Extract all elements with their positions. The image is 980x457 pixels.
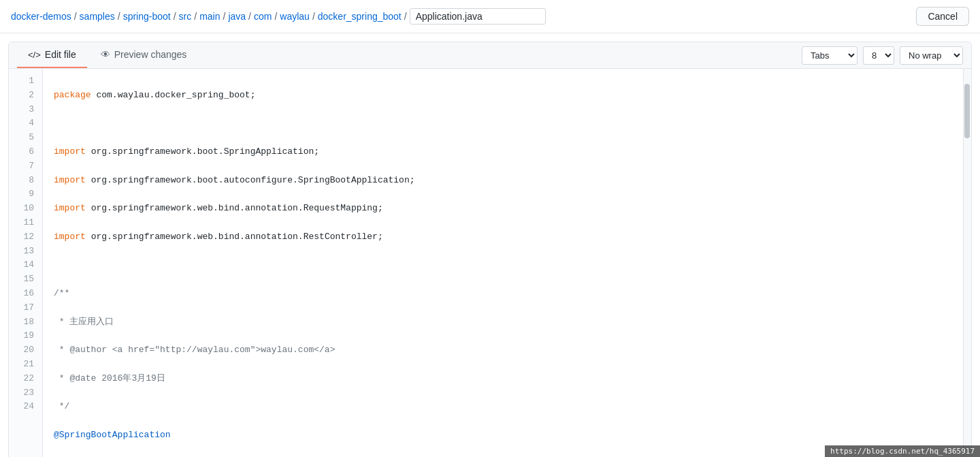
code-line-5: import org.springframework.web.bind.anno… — [54, 202, 963, 216]
scrollbar-right[interactable] — [963, 69, 971, 457]
code-line-7 — [54, 258, 963, 272]
editor-container: </> Edit file 👁 Preview changes Tabs Spa… — [8, 42, 972, 457]
line-numbers: 1 2 3 4 5 6 7 8 9 10 11 12 13 14 15 16 1… — [9, 69, 43, 457]
breadcrumb-samples[interactable]: samples — [80, 11, 115, 22]
sep-6: / — [248, 11, 251, 22]
breadcrumb-spring-boot[interactable]: spring-boot — [123, 11, 171, 22]
preview-label: Preview changes — [114, 49, 187, 60]
sep-2: / — [118, 11, 120, 22]
cancel-button[interactable]: Cancel — [916, 7, 969, 26]
ln-4: 4 — [9, 116, 42, 131]
code-line-13: @SpringBootApplication — [54, 428, 963, 443]
ln-24: 24 — [9, 400, 42, 414]
breadcrumb-main[interactable]: main — [199, 11, 220, 22]
ln-6: 6 — [9, 145, 42, 159]
code-line-1: package com.waylau.docker_spring_boot; — [54, 89, 963, 103]
ln-5: 5 — [9, 131, 42, 145]
code-line-4: import org.springframework.boot.autoconf… — [54, 174, 963, 188]
tab-edit-file[interactable]: </> Edit file — [17, 42, 87, 68]
ln-10: 10 — [9, 202, 42, 216]
code-line-9: * 主应用入口 — [54, 315, 963, 330]
ln-2: 2 — [9, 89, 42, 103]
sep-5: / — [223, 11, 225, 22]
edit-file-label: Edit file — [45, 49, 76, 60]
breadcrumb-com[interactable]: com — [254, 11, 272, 22]
ln-3: 3 — [9, 103, 42, 117]
ln-17: 17 — [9, 301, 42, 315]
edit-file-icon: </> — [28, 50, 41, 60]
ln-19: 19 — [9, 329, 42, 343]
top-bar: docker-demos / samples / spring-boot / s… — [0, 0, 980, 33]
ln-1: 1 — [9, 74, 42, 89]
preview-icon: 👁 — [101, 49, 110, 60]
code-line-2 — [54, 116, 963, 131]
code-line-3: import org.springframework.boot.SpringAp… — [54, 145, 963, 159]
code-line-8: /** — [54, 287, 963, 301]
ln-7: 7 — [9, 159, 42, 174]
ln-21: 21 — [9, 358, 42, 372]
ln-18: 18 — [9, 315, 42, 330]
sep-1: / — [74, 11, 77, 22]
code-area[interactable]: 1 2 3 4 5 6 7 8 9 10 11 12 13 14 15 16 1… — [9, 69, 971, 457]
ln-9: 9 — [9, 187, 42, 202]
editor-toolbar: </> Edit file 👁 Preview changes Tabs Spa… — [9, 42, 971, 69]
ln-20: 20 — [9, 343, 42, 358]
code-line-11: * @date 2016年3月19日 — [54, 372, 963, 386]
sep-7: / — [274, 11, 277, 22]
sep-4: / — [194, 11, 197, 22]
ln-23: 23 — [9, 386, 42, 400]
filename-input[interactable] — [410, 8, 546, 25]
ln-12: 12 — [9, 230, 42, 245]
wrap-select[interactable]: No wrap Soft wrap — [900, 46, 963, 65]
breadcrumb-docker-demos[interactable]: docker-demos — [11, 11, 71, 22]
breadcrumb-src[interactable]: src — [179, 11, 192, 22]
ln-15: 15 — [9, 272, 42, 287]
ln-22: 22 — [9, 372, 42, 386]
scrollbar-thumb[interactable] — [964, 84, 970, 138]
breadcrumb-waylau[interactable]: waylau — [280, 11, 310, 22]
indent-select[interactable]: 2 4 8 — [863, 46, 894, 65]
code-line-10: * @author <a href="http://waylau.com">wa… — [54, 343, 963, 358]
code-line-12: */ — [54, 400, 963, 414]
ln-13: 13 — [9, 245, 42, 259]
ln-16: 16 — [9, 287, 42, 301]
ln-8: 8 — [9, 174, 42, 188]
sep-8: / — [312, 11, 315, 22]
breadcrumb-java[interactable]: java — [228, 11, 246, 22]
code-content[interactable]: package com.waylau.docker_spring_boot; i… — [43, 69, 963, 457]
status-bar: https://blog.csdn.net/hq_4365917 — [825, 445, 980, 457]
breadcrumb: docker-demos / samples / spring-boot / s… — [11, 8, 546, 25]
ln-11: 11 — [9, 216, 42, 230]
tabs-select[interactable]: Tabs Spaces — [802, 46, 858, 65]
code-line-6: import org.springframework.web.bind.anno… — [54, 230, 963, 245]
breadcrumb-docker-spring-boot[interactable]: docker_spring_boot — [318, 11, 402, 22]
tab-preview-changes[interactable]: 👁 Preview changes — [90, 42, 198, 68]
sep-3: / — [174, 11, 176, 22]
ln-14: 14 — [9, 258, 42, 272]
sep-9: / — [404, 11, 407, 22]
